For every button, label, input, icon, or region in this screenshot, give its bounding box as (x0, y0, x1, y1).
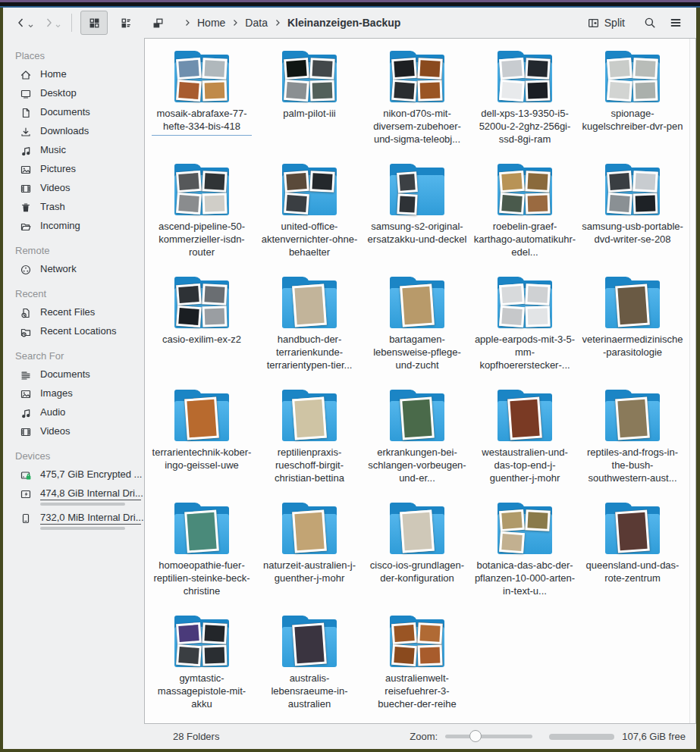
folder-item-naturzeit-australien-j-guenther-j-mohr[interactable]: naturzeit-australien-j-guenther-j-mohr (256, 500, 363, 613)
folder-label: terrarientechnik-kober-ingo-geissel-uwe (150, 446, 253, 472)
folder-item-reptiles-and-frogs-in-the-bush-southwest[interactable]: reptiles-and-frogs-in-the-bush-southwest… (579, 387, 686, 500)
folder-icon (601, 277, 664, 328)
folder-item-homoeopathie-fuer-reptilien-steinke-beck[interactable]: homoeopathie-fuer-reptilien-steinke-beck… (148, 500, 256, 613)
folder-item-gymtastic-massagepistole-mit-akku[interactable]: gymtastic-massagepistole-mit-akku (148, 613, 256, 724)
selection-underline (152, 135, 252, 136)
folder-item-spionage-kugelschreiber-dvr-pen[interactable]: spionage-kugelschreiber-dvr-pen (579, 48, 686, 161)
folder-item-handbuch-der-terrarienkunde-terrarientyp[interactable]: handbuch-der-terrarienkunde-terrarientyp… (256, 274, 363, 387)
folder-icon (278, 51, 341, 102)
sidebar-item-incoming[interactable]: Incoming (3, 217, 144, 236)
split-button[interactable]: Split (587, 17, 625, 30)
folder-item-veterinaermedizinische-parasitologie[interactable]: veterinaermedizinische-parasitologie (579, 274, 686, 387)
folder-thumbnail (499, 193, 525, 215)
folder-label: mosaik-abrafaxe-77-hefte-334-bis-418 (150, 107, 253, 133)
sidebar-item-recent-files[interactable]: Recent Files (3, 303, 144, 322)
folder-icon (601, 390, 664, 441)
folder-item-united-office-aktenvernichter-ohne-behae[interactable]: united-office-aktenvernichter-ohne-behae… (256, 161, 363, 274)
folder-open-icon (20, 221, 33, 233)
folder-label: ascend-pipeline-50-kommerzieller-isdn-ro… (150, 220, 253, 258)
folder-item-terrarientechnik-kober-ingo-geissel-uwe[interactable]: terrarientechnik-kober-ingo-geissel-uwe (148, 387, 256, 500)
icons-view-button[interactable] (80, 11, 108, 35)
folder-item-australienwelt-reisefuehrer-3-buecher-de[interactable]: australienwelt-reisefuehrer-3-buecher-de… (363, 613, 471, 724)
folder-label: australis-lebensraeume-in-australien (258, 672, 361, 710)
back-button[interactable] (14, 14, 35, 32)
folder-thumbnail (391, 80, 417, 102)
folder-thumbnail (202, 58, 227, 80)
scrollbar-track[interactable] (689, 39, 695, 723)
folder-thumbnail (176, 284, 202, 306)
sidebar-item-desktop[interactable]: Desktop (3, 84, 144, 103)
free-space-bar (549, 734, 614, 740)
folder-thumbnail (400, 397, 435, 440)
folder-thumbnail (615, 510, 650, 553)
back-dropdown-caret[interactable] (28, 24, 33, 28)
folder-thumbnail (184, 397, 219, 440)
sidebar-item-videos[interactable]: Videos (3, 179, 144, 198)
sidebar-item-music[interactable]: Music (3, 141, 144, 160)
folder-thumbnail (499, 171, 525, 193)
sidebar-item-documents[interactable]: Documents (3, 365, 144, 384)
folder-label: casio-exilim-ex-z2 (150, 333, 253, 346)
breadcrumb-item-data[interactable]: Data (243, 15, 270, 30)
zoom-slider-handle[interactable] (469, 730, 482, 742)
sidebar-item-downloads[interactable]: Downloads (3, 122, 144, 141)
folder-item-ascend-pipeline-50-kommerzieller-isdn-ro[interactable]: ascend-pipeline-50-kommerzieller-isdn-ro… (148, 161, 256, 274)
folder-thumbnail (176, 193, 202, 215)
folder-item-apple-earpods-mit-3-5-mm-kopfhoerersteck[interactable]: apple-earpods-mit-3-5-mm-kopfhoerersteck… (471, 274, 579, 387)
folder-thumbnail (526, 306, 551, 327)
toolbar: HomeDataKleinanzeigen-Backup Split (3, 8, 696, 38)
sidebar-item-label: Home (40, 68, 67, 80)
breadcrumb-item-kleinanzeigen-backup[interactable]: Kleinanzeigen-Backup (285, 15, 403, 30)
folder-item-palm-pilot-iii[interactable]: palm-pilot-iii (256, 48, 363, 161)
folder-item-bartagamen-lebensweise-pflege-und-zucht[interactable]: bartagamen-lebensweise-pflege-und-zucht (363, 274, 471, 387)
folder-icon (170, 503, 234, 554)
folder-icon (493, 277, 557, 328)
folder-item-dell-xps-13-9350-i5-5200u-2-2ghz-256gi-s[interactable]: dell-xps-13-9350-i5-5200u-2-2ghz-256gi-s… (471, 48, 579, 161)
forward-button[interactable] (41, 14, 62, 32)
folder-item-casio-exilim-ex-z2[interactable]: casio-exilim-ex-z2 (148, 274, 256, 387)
folder-item-botanica-das-abc-der-pflanzen-10-000-art[interactable]: botanica-das-abc-der-pflanzen-10-000-art… (471, 500, 579, 613)
folder-label: homoeopathie-fuer-reptilien-steinke-beck… (150, 559, 253, 597)
folder-item-nikon-d70s-mit-diversem-zubehoer-und-sig[interactable]: nikon-d70s-mit-diversem-zubehoer-und-sig… (363, 48, 471, 161)
sidebar-item-pictures[interactable]: Pictures (3, 160, 144, 179)
folder-thumbnail (176, 80, 202, 102)
sidebar-item-home[interactable]: Home (3, 65, 144, 84)
tree-view-button[interactable] (144, 11, 171, 35)
tree-view-icon (152, 17, 165, 30)
folder-thumbnail (525, 58, 550, 80)
folder-item-samsung-s2-original-ersatzakku-und-decke[interactable]: samsung-s2-original-ersatzakku-und-decke… (363, 161, 471, 274)
folder-item-samsung-usb-portable-dvd-writer-se-208[interactable]: samsung-usb-portable-dvd-writer-se-208 (579, 161, 686, 274)
breadcrumb-item-home[interactable]: Home (195, 15, 228, 30)
search-button[interactable] (643, 16, 657, 30)
sidebar-item-documents[interactable]: Documents (3, 103, 144, 122)
sidebar-item-audio[interactable]: Audio (3, 403, 144, 422)
details-view-button[interactable] (112, 11, 140, 35)
folder-item-cisco-ios-grundlagen-der-konfiguration[interactable]: cisco-ios-grundlagen-der-konfiguration (363, 500, 471, 613)
folder-thumbnail (202, 644, 228, 666)
folder-item-westaustralien-und-das-top-end-j-guenthe[interactable]: westaustralien-und-das-top-end-j-guenthe… (471, 387, 579, 500)
sidebar-item-732-0-mib-internal-dri[interactable]: 732,0 MiB Internal Dri... (3, 509, 144, 533)
folder-icon (170, 616, 234, 667)
menu-button[interactable] (669, 16, 683, 30)
forward-dropdown-caret[interactable] (55, 24, 61, 28)
folder-thumbnail (202, 171, 227, 193)
sidebar-item-label: 732,0 MiB Internal Dri... (40, 512, 141, 525)
sidebar-item-474-8-gib-internal-dri[interactable]: 474,8 GiB Internal Dri... (3, 484, 144, 509)
folder-item-mosaik-abrafaxe-77-hefte-334-bis-418[interactable]: mosaik-abrafaxe-77-hefte-334-bis-418 (148, 48, 256, 161)
sidebar-item-recent-locations[interactable]: Recent Locations (3, 322, 144, 341)
folder-item-queensland-und-das-rote-zentrum[interactable]: queensland-und-das-rote-zentrum (579, 500, 686, 613)
sidebar-section-remote: Remote (15, 245, 144, 256)
sidebar-item-trash[interactable]: Trash (3, 198, 144, 217)
sidebar-item-network[interactable]: Network (3, 260, 144, 279)
folder-item-roebelin-graef-karthago-automatikuhr-ede[interactable]: roebelin-graef-karthago-automatikuhr-ede… (471, 161, 579, 274)
sidebar-item-475-7-gib-encrypted[interactable]: 475,7 GiB Encrypted ... (3, 465, 144, 484)
folder-icon (493, 51, 557, 102)
folder-item-erkrankungen-bei-schlangen-vorbeugen-und[interactable]: erkrankungen-bei-schlangen-vorbeugen-und… (363, 387, 471, 500)
folder-item-reptilienpraxis-rueschoff-birgit-christi[interactable]: reptilienpraxis-rueschoff-birgit-christi… (256, 387, 363, 500)
split-icon (587, 17, 600, 30)
sidebar-item-images[interactable]: Images (3, 384, 144, 403)
zoom-slider[interactable] (445, 735, 532, 738)
folder-item-australis-lebensraeume-in-australien[interactable]: australis-lebensraeume-in-australien (256, 613, 363, 724)
sidebar-item-videos[interactable]: Videos (3, 422, 144, 441)
folder-thumbnail (525, 171, 550, 193)
